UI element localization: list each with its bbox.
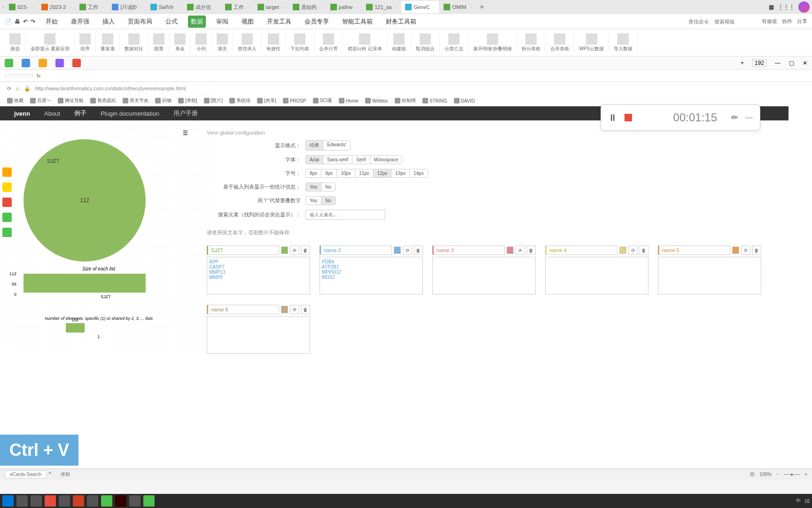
- menu-item[interactable]: 公式: [163, 16, 180, 28]
- sidebar-icon[interactable]: [2, 183, 12, 192]
- sidebar-icon[interactable]: [2, 198, 12, 207]
- bookmark-item[interactable]: 骨质疏松: [90, 97, 116, 104]
- bookmark-item[interactable]: [图片]: [204, 97, 223, 104]
- ribbon-group[interactable]: 分列: [191, 33, 212, 52]
- systray-lang[interactable]: 中: [796, 498, 801, 504]
- home-icon[interactable]: ⌂: [16, 86, 19, 91]
- bookmark-item[interactable]: 百度一: [30, 97, 51, 104]
- ribbon-group[interactable]: 股票: [148, 33, 170, 52]
- reload-icon[interactable]: ⟳: [7, 86, 11, 92]
- ribbon-group[interactable]: 重复项: [96, 33, 120, 52]
- close-icon[interactable]: ·: [320, 4, 322, 10]
- taskbar-app[interactable]: [101, 495, 112, 507]
- close-icon[interactable]: ·: [31, 4, 33, 10]
- close-icon[interactable]: ·: [70, 4, 71, 10]
- color-swatch[interactable]: [281, 306, 288, 313]
- taskbar-app[interactable]: [129, 495, 141, 507]
- nav-docs[interactable]: Plugin documentation: [101, 110, 159, 117]
- close-icon[interactable]: ·: [215, 4, 216, 10]
- option-button[interactable]: No: [321, 197, 335, 205]
- bookmark-item[interactable]: 绘制维: [395, 97, 416, 104]
- list-textarea[interactable]: PDB4 ATP2B1 MPPED2 MDS2: [320, 257, 423, 294]
- taskbar-app[interactable]: [143, 495, 155, 507]
- stop-icon[interactable]: [625, 114, 632, 121]
- list-name-input[interactable]: [658, 246, 730, 255]
- save-icon[interactable]: 📄: [5, 18, 12, 25]
- refresh-icon[interactable]: ⟳: [741, 246, 750, 255]
- collaborate-label[interactable]: 协作: [782, 18, 792, 25]
- bookmark-item[interactable]: 药物: [155, 97, 172, 104]
- taskbar-app[interactable]: [115, 495, 126, 507]
- option-button[interactable]: 8px: [306, 169, 321, 177]
- option-button[interactable]: Sans-serif: [323, 156, 352, 164]
- option-button[interactable]: Edwards': [323, 141, 350, 150]
- option-button[interactable]: No: [321, 183, 335, 191]
- option-button[interactable]: Arial: [306, 156, 323, 164]
- menu-item[interactable]: 唐开强: [68, 16, 92, 28]
- nav-about[interactable]: About: [44, 110, 60, 117]
- taskbar-app[interactable]: [59, 495, 70, 507]
- minimize-icon[interactable]: —: [775, 60, 781, 66]
- menu-item[interactable]: 财务工具箱: [383, 16, 419, 28]
- bookmark-item[interactable]: Webtoc: [365, 98, 388, 103]
- option-button[interactable]: 14px: [410, 169, 428, 177]
- document-tab[interactable]: GeneC·: [401, 1, 439, 13]
- list-textarea[interactable]: APP CASP7 MMP13 MMP8: [207, 257, 310, 294]
- cell-ref[interactable]: [5, 74, 33, 77]
- ribbon-group[interactable]: 下拉列表: [286, 33, 314, 52]
- color-swatch[interactable]: [619, 246, 626, 254]
- ribbon-group[interactable]: WPS云数据: [574, 33, 609, 52]
- color-swatch[interactable]: [732, 246, 739, 254]
- ribbon-group[interactable]: 数据对比: [120, 33, 148, 52]
- delete-icon[interactable]: 🗑: [527, 246, 536, 255]
- refresh-icon[interactable]: ⟳: [403, 246, 412, 255]
- close-icon[interactable]: ·: [141, 4, 142, 10]
- menu-item[interactable]: 数据: [188, 16, 206, 28]
- refresh-icon[interactable]: ⟳: [628, 246, 637, 255]
- add-tab-button[interactable]: +: [476, 3, 487, 11]
- app-icon[interactable]: [22, 59, 30, 67]
- ribbon-group[interactable]: 拆分表格: [517, 33, 546, 52]
- apps-icon[interactable]: ⋮⋮⋮: [778, 4, 795, 10]
- app-icon[interactable]: [5, 59, 13, 67]
- refresh-icon[interactable]: ⟳: [290, 305, 299, 314]
- undo-icon[interactable]: ↶: [23, 18, 28, 25]
- grid-icon[interactable]: ▦: [769, 4, 774, 10]
- nav-example[interactable]: 例子: [74, 109, 86, 118]
- menu-toggle-icon[interactable]: ☰: [183, 130, 188, 136]
- ribbon-group[interactable]: 分类汇总: [440, 33, 468, 52]
- bookmark-item[interactable]: [共享]: [257, 97, 276, 104]
- element-search-input[interactable]: [305, 210, 385, 220]
- pause-icon[interactable]: ⏸: [608, 112, 617, 123]
- close-icon[interactable]: ✕: [803, 60, 807, 66]
- bookmark-item[interactable]: Home: [339, 98, 359, 103]
- list-textarea[interactable]: [207, 316, 310, 354]
- delete-icon[interactable]: 🗑: [640, 246, 648, 255]
- document-tab[interactable]: 2023-2·: [38, 1, 75, 13]
- ribbon-group[interactable]: 全部显示 重新应用: [26, 33, 75, 52]
- bookmark-item[interactable]: [求助]: [178, 97, 197, 104]
- delete-icon[interactable]: 🗑: [752, 246, 761, 255]
- zoom-out[interactable]: −: [776, 472, 779, 477]
- print-icon[interactable]: 🖶: [15, 18, 20, 25]
- ribbon-group[interactable]: 筛选: [5, 33, 26, 52]
- document-tab[interactable]: 工作·: [221, 1, 253, 13]
- nav-manual[interactable]: 用户手册: [173, 109, 198, 118]
- close-icon[interactable]: ·: [470, 4, 471, 10]
- zoom-level[interactable]: 100%: [759, 472, 772, 477]
- document-tab[interactable]: [只读]0·: [108, 1, 145, 13]
- option-button[interactable]: 10px: [337, 169, 355, 177]
- sidebar-icon[interactable]: [2, 213, 12, 222]
- ribbon-group[interactable]: 展开明细 折叠明细: [468, 33, 517, 52]
- menu-item[interactable]: 开始: [43, 16, 61, 28]
- option-button[interactable]: Yes: [306, 197, 321, 205]
- document-tab[interactable]: 原始药·: [289, 1, 326, 13]
- close-icon[interactable]: ·: [248, 4, 249, 10]
- menu-item[interactable]: 视图: [239, 16, 257, 28]
- document-tab[interactable]: 023-·: [5, 1, 37, 13]
- menu-item[interactable]: 页面布局: [125, 16, 155, 28]
- taskbar-app[interactable]: [87, 495, 98, 507]
- ribbon-group[interactable]: 查找录入: [233, 33, 262, 52]
- option-button[interactable]: Monospace: [370, 156, 402, 164]
- list-textarea[interactable]: [545, 257, 648, 294]
